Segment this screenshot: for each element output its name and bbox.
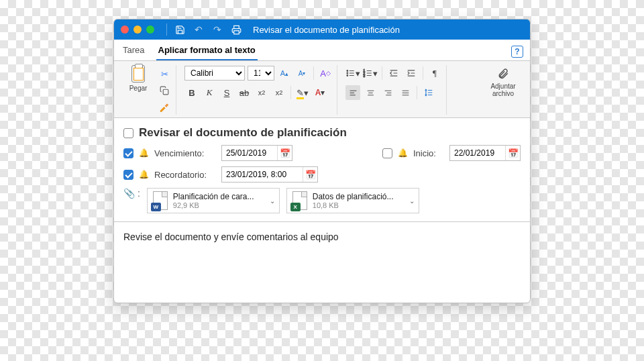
attach-group: Adjuntar archivo xyxy=(482,65,525,115)
body-text: Revise el documento y envíe comentarios … xyxy=(123,231,339,242)
bell-icon: 🔔 xyxy=(139,170,149,179)
decrease-font-button[interactable]: A▾ xyxy=(294,66,309,81)
start-date-field[interactable]: 📅 xyxy=(449,145,521,161)
due-label: Vencimiento: xyxy=(154,148,216,158)
tab-label: Aplicar formato al texto xyxy=(158,45,256,55)
bold-button[interactable]: B xyxy=(184,85,199,100)
word-file-icon: W xyxy=(153,191,168,210)
ribbon: Pegar ✂ Calibri 11 A▴ A xyxy=(114,61,530,118)
tab-label: Tarea xyxy=(123,45,145,55)
paragraph-group: ▾ 123▾ ¶ xyxy=(341,65,447,115)
paste-button[interactable]: Pegar xyxy=(123,65,153,92)
undo-icon[interactable]: ↶ xyxy=(193,23,205,36)
reminder-enabled-checkbox[interactable] xyxy=(123,170,133,180)
reminder-date-input[interactable] xyxy=(222,170,303,179)
justify-button[interactable] xyxy=(398,85,413,100)
chevron-down-icon[interactable]: ⌄ xyxy=(409,197,415,205)
window-title: Revisar el documento de planificación xyxy=(253,25,400,35)
align-right-button[interactable] xyxy=(380,85,395,100)
copy-button[interactable] xyxy=(157,83,172,98)
tab-formato-texto[interactable]: Aplicar formato al texto xyxy=(156,42,258,60)
complete-checkbox[interactable] xyxy=(123,128,133,138)
reminder-label: Recordatorio: xyxy=(154,170,216,180)
task-window: ↶ ↷ Revisar el documento de planificació… xyxy=(113,19,531,303)
underline-button[interactable]: S xyxy=(219,85,234,100)
clear-formatting-button[interactable]: A◇ xyxy=(318,66,333,81)
excel-file-icon: X xyxy=(292,191,307,210)
font-name-combo[interactable]: Calibri xyxy=(184,66,245,81)
increase-font-button[interactable]: A▴ xyxy=(277,66,292,81)
window-controls xyxy=(121,25,154,34)
calendar-icon[interactable]: 📅 xyxy=(303,167,317,182)
attachment-name: Datos de planificació... xyxy=(313,192,394,201)
tab-tarea[interactable]: Tarea xyxy=(121,42,147,60)
align-center-button[interactable] xyxy=(363,85,378,100)
svg-point-2 xyxy=(347,70,348,72)
chevron-down-icon[interactable]: ⌄ xyxy=(270,197,275,205)
font-group: Calibri 11 A▴ A▾ A◇ B K S ab x2 x2 ✎▾ A▾ xyxy=(180,65,337,115)
start-enabled-checkbox[interactable] xyxy=(382,148,392,158)
task-subject[interactable]: Revisar el documento de planificación xyxy=(139,126,347,140)
format-painter-button[interactable] xyxy=(157,100,172,115)
save-icon[interactable] xyxy=(174,23,186,36)
bell-icon: 🔔 xyxy=(139,148,149,158)
reminder-date-field[interactable]: 📅 xyxy=(221,166,318,183)
highlight-button[interactable]: ✎▾ xyxy=(295,85,310,100)
svg-rect-0 xyxy=(233,30,239,34)
clipboard-icon xyxy=(131,65,145,83)
numbering-button[interactable]: 123▾ xyxy=(363,66,378,81)
svg-point-6 xyxy=(347,75,348,76)
start-date-input[interactable] xyxy=(450,148,505,158)
task-header-pane: Revisar el documento de planificación 🔔 … xyxy=(114,118,530,222)
due-enabled-checkbox[interactable] xyxy=(123,148,133,158)
calendar-icon[interactable]: 📅 xyxy=(505,146,520,160)
attachment-chip[interactable]: X Datos de planificació... 10,8 KB ⌄ xyxy=(286,188,419,213)
titlebar: ↶ ↷ Revisar el documento de planificació… xyxy=(114,19,530,40)
attachment-size: 10,8 KB xyxy=(313,201,394,209)
svg-point-4 xyxy=(347,72,348,74)
superscript-button[interactable]: x2 xyxy=(272,85,286,100)
attachment-name: Planificación de cara... xyxy=(173,192,254,201)
attachment-size: 92,9 KB xyxy=(173,201,254,209)
decrease-indent-button[interactable] xyxy=(386,66,401,81)
start-label: Inicio: xyxy=(413,148,444,158)
subscript-button[interactable]: x2 xyxy=(254,85,269,100)
align-left-button[interactable] xyxy=(345,85,360,100)
increase-indent-button[interactable] xyxy=(404,66,419,81)
attach-file-button[interactable]: Adjuntar archivo xyxy=(486,65,521,97)
attach-label: Adjuntar archivo xyxy=(486,83,521,97)
task-body-editor[interactable]: Revise el documento y envíe comentarios … xyxy=(114,222,530,303)
svg-text:3: 3 xyxy=(364,74,366,78)
close-window-button[interactable] xyxy=(121,25,129,34)
due-date-input[interactable] xyxy=(222,148,277,158)
bell-icon: 🔔 xyxy=(398,148,408,158)
due-date-field[interactable]: 📅 xyxy=(221,145,292,161)
paste-label: Pegar xyxy=(129,85,148,92)
font-size-combo[interactable]: 11 xyxy=(248,66,274,81)
attachment-icon: 📎 : xyxy=(123,188,140,199)
redo-icon[interactable]: ↷ xyxy=(211,23,223,36)
svg-rect-1 xyxy=(163,89,168,95)
paragraph-marks-button[interactable]: ¶ xyxy=(427,66,442,81)
zoom-window-button[interactable] xyxy=(146,25,154,34)
calendar-icon[interactable]: 📅 xyxy=(277,146,292,160)
font-color-button[interactable]: A▾ xyxy=(313,85,327,100)
clipboard-group: Pegar ✂ xyxy=(119,65,176,115)
help-button[interactable]: ? xyxy=(511,46,523,58)
strikethrough-button[interactable]: ab xyxy=(237,85,252,100)
line-spacing-button[interactable] xyxy=(421,85,436,100)
cut-button[interactable]: ✂ xyxy=(157,66,172,81)
italic-button[interactable]: K xyxy=(202,85,217,100)
print-icon[interactable] xyxy=(230,23,242,36)
bullets-button[interactable]: ▾ xyxy=(345,66,360,81)
ribbon-tabs: Tarea Aplicar formato al texto ? xyxy=(114,40,530,61)
minimize-window-button[interactable] xyxy=(133,25,142,34)
attachment-chip[interactable]: W Planificación de cara... 92,9 KB ⌄ xyxy=(147,188,280,213)
